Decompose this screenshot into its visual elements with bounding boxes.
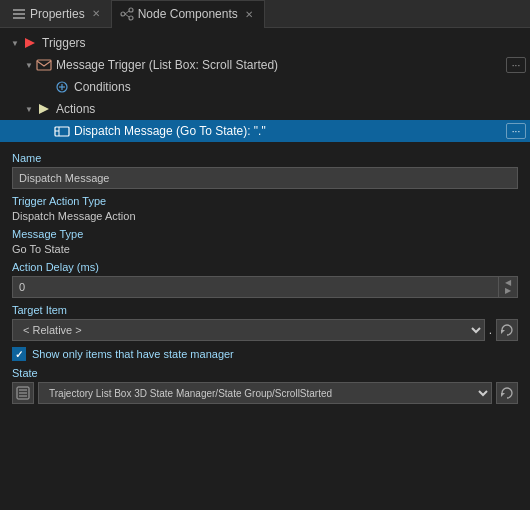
target-item-select[interactable]: < Relative > bbox=[12, 319, 485, 341]
message-trigger-more[interactable]: ··· bbox=[506, 57, 526, 73]
svg-rect-0 bbox=[13, 9, 25, 11]
svg-marker-17 bbox=[501, 330, 505, 334]
state-row: Trajectory List Box 3D State Manager/Sta… bbox=[12, 382, 518, 404]
tab-properties[interactable]: Properties ✕ bbox=[4, 0, 112, 28]
svg-line-7 bbox=[125, 14, 129, 17]
svg-point-5 bbox=[129, 16, 133, 20]
properties-panel: Name Trigger Action Type Dispatch Messag… bbox=[0, 146, 530, 410]
name-input[interactable] bbox=[12, 167, 518, 189]
arrow-triggers: ▼ bbox=[8, 36, 22, 50]
tab-properties-label: Properties bbox=[30, 7, 85, 21]
show-only-row[interactable]: ✓ Show only items that have state manage… bbox=[12, 347, 518, 361]
svg-marker-22 bbox=[501, 393, 505, 397]
state-label: State bbox=[12, 367, 518, 379]
target-item-label: Target Item bbox=[12, 304, 518, 316]
delay-arrows[interactable]: ◀ ▶ bbox=[498, 276, 518, 298]
arrow-down-icon: ▶ bbox=[505, 287, 511, 295]
svg-marker-8 bbox=[25, 38, 35, 48]
action-delay-label: Action Delay (ms) bbox=[12, 261, 518, 273]
svg-marker-13 bbox=[39, 104, 49, 114]
arrow-conditions bbox=[40, 80, 54, 94]
target-refresh-btn[interactable] bbox=[496, 319, 518, 341]
dispatch-more[interactable]: ··· bbox=[506, 123, 526, 139]
tab-node-components[interactable]: Node Components ✕ bbox=[112, 0, 265, 28]
tab-bar: Properties ✕ Node Components ✕ bbox=[0, 0, 530, 28]
target-row: < Relative > . bbox=[12, 319, 518, 341]
tree-row-message-trigger[interactable]: ▼ Message Trigger (List Box: Scroll Star… bbox=[0, 54, 530, 76]
tree-area: ▼ Triggers ▼ Message Trigger (List Box: … bbox=[0, 28, 530, 146]
tree-row-triggers[interactable]: ▼ Triggers bbox=[0, 32, 530, 54]
trigger-action-type-value: Dispatch Message Action bbox=[12, 210, 518, 222]
tab-node-components-close[interactable]: ✕ bbox=[242, 7, 256, 21]
prop-section: Name Trigger Action Type Dispatch Messag… bbox=[0, 146, 530, 410]
state-select[interactable]: Trajectory List Box 3D State Manager/Sta… bbox=[38, 382, 492, 404]
svg-point-4 bbox=[129, 8, 133, 12]
message-type-label: Message Type bbox=[12, 228, 518, 240]
tree-row-conditions[interactable]: Conditions bbox=[0, 76, 530, 98]
conditions-icon bbox=[54, 79, 70, 95]
dot-separator: . bbox=[489, 323, 492, 337]
list-icon bbox=[12, 7, 26, 21]
action-delay-row: ◀ ▶ bbox=[12, 276, 518, 298]
tab-properties-close[interactable]: ✕ bbox=[89, 7, 103, 21]
arrow-actions: ▼ bbox=[22, 102, 36, 116]
dispatch-icon bbox=[54, 123, 70, 139]
checkmark-icon: ✓ bbox=[15, 349, 23, 360]
message-type-value: Go To State bbox=[12, 243, 518, 255]
message-trigger-label: Message Trigger (List Box: Scroll Starte… bbox=[56, 58, 502, 72]
tab-node-components-label: Node Components bbox=[138, 7, 238, 21]
state-list-icon bbox=[16, 386, 30, 400]
state-list-icon-btn[interactable] bbox=[12, 382, 34, 404]
triggers-label: Triggers bbox=[42, 36, 526, 50]
name-label: Name bbox=[12, 152, 518, 164]
svg-rect-9 bbox=[37, 60, 51, 70]
svg-point-3 bbox=[121, 12, 125, 16]
tree-row-actions[interactable]: ▼ Actions bbox=[0, 98, 530, 120]
actions-label: Actions bbox=[56, 102, 526, 116]
show-only-label: Show only items that have state manager bbox=[32, 348, 234, 360]
dispatch-action-label: Dispatch Message (Go To State): "." bbox=[74, 124, 502, 138]
state-refresh-btn[interactable] bbox=[496, 382, 518, 404]
show-only-checkbox[interactable]: ✓ bbox=[12, 347, 26, 361]
conditions-label: Conditions bbox=[74, 80, 526, 94]
message-trigger-icon bbox=[36, 57, 52, 73]
actions-icon bbox=[36, 101, 52, 117]
node-icon bbox=[120, 7, 134, 21]
trigger-icon bbox=[22, 35, 38, 51]
action-delay-input[interactable] bbox=[12, 276, 498, 298]
arrow-message-trigger: ▼ bbox=[22, 58, 36, 72]
svg-line-6 bbox=[125, 11, 129, 14]
svg-rect-2 bbox=[13, 17, 25, 19]
state-refresh-icon bbox=[500, 386, 514, 400]
svg-rect-1 bbox=[13, 13, 25, 15]
arrow-dispatch bbox=[40, 124, 54, 138]
refresh-icon bbox=[500, 323, 514, 337]
trigger-action-type-label: Trigger Action Type bbox=[12, 195, 518, 207]
tree-row-dispatch-action[interactable]: Dispatch Message (Go To State): "." ··· bbox=[0, 120, 530, 142]
